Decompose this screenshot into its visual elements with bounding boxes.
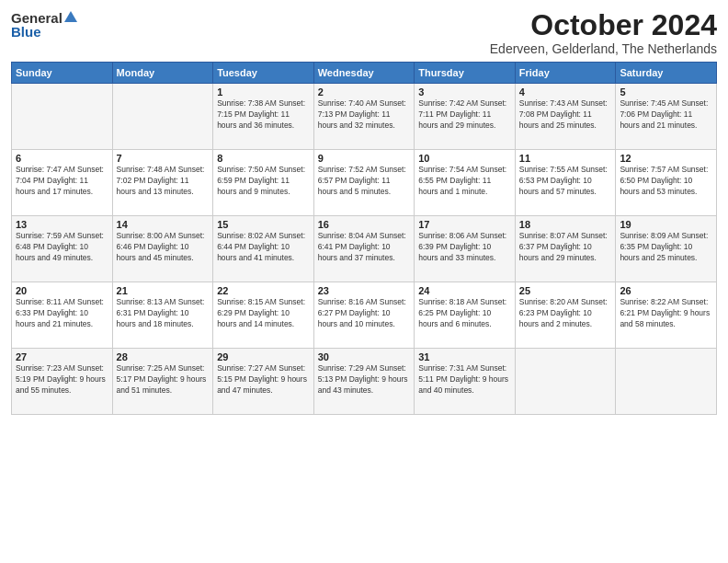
day-cell: 1Sunrise: 7:38 AM Sunset: 7:15 PM Daylig… [213, 84, 314, 150]
day-cell [12, 84, 113, 150]
day-info: Sunrise: 8:04 AM Sunset: 6:41 PM Dayligh… [318, 231, 411, 264]
day-number: 1 [217, 86, 310, 98]
day-cell: 11Sunrise: 7:55 AM Sunset: 6:53 PM Dayli… [515, 150, 616, 216]
svg-marker-0 [64, 11, 77, 22]
day-cell [515, 349, 616, 415]
day-cell: 18Sunrise: 8:07 AM Sunset: 6:37 PM Dayli… [515, 216, 616, 282]
day-cell: 9Sunrise: 7:52 AM Sunset: 6:57 PM Daylig… [313, 150, 415, 216]
location: Ederveen, Gelderland, The Netherlands [490, 41, 717, 56]
day-info: Sunrise: 8:15 AM Sunset: 6:29 PM Dayligh… [217, 297, 310, 330]
day-info: Sunrise: 7:48 AM Sunset: 7:02 PM Dayligh… [117, 165, 210, 198]
day-cell: 2Sunrise: 7:40 AM Sunset: 7:13 PM Daylig… [313, 84, 415, 150]
day-info: Sunrise: 8:20 AM Sunset: 6:23 PM Dayligh… [519, 297, 612, 330]
day-info: Sunrise: 7:29 AM Sunset: 5:13 PM Dayligh… [318, 363, 411, 396]
day-number: 3 [418, 86, 511, 98]
col-monday: Monday [112, 63, 213, 84]
day-info: Sunrise: 8:11 AM Sunset: 6:33 PM Dayligh… [16, 297, 108, 330]
day-number: 7 [117, 153, 210, 164]
col-wednesday: Wednesday [313, 63, 415, 84]
day-cell: 10Sunrise: 7:54 AM Sunset: 6:55 PM Dayli… [415, 150, 516, 216]
day-number: 14 [117, 219, 210, 230]
day-info: Sunrise: 7:47 AM Sunset: 7:04 PM Dayligh… [16, 165, 108, 198]
col-friday: Friday [515, 63, 616, 84]
day-number: 2 [318, 86, 411, 98]
day-cell: 3Sunrise: 7:42 AM Sunset: 7:11 PM Daylig… [415, 84, 516, 150]
day-number: 17 [418, 219, 511, 230]
page: General Blue October 2024 Ederveen, Geld… [0, 0, 728, 563]
day-info: Sunrise: 8:16 AM Sunset: 6:27 PM Dayligh… [318, 297, 411, 330]
calendar-table: Sunday Monday Tuesday Wednesday Thursday… [11, 62, 717, 415]
day-number: 11 [519, 153, 612, 164]
day-info: Sunrise: 8:18 AM Sunset: 6:25 PM Dayligh… [418, 297, 511, 330]
day-cell: 29Sunrise: 7:27 AM Sunset: 5:15 PM Dayli… [213, 349, 314, 415]
day-number: 9 [318, 153, 411, 164]
day-cell: 8Sunrise: 7:50 AM Sunset: 6:59 PM Daylig… [213, 150, 314, 216]
day-info: Sunrise: 7:57 AM Sunset: 6:50 PM Dayligh… [620, 165, 712, 198]
day-info: Sunrise: 7:45 AM Sunset: 7:06 PM Dayligh… [620, 98, 712, 132]
day-info: Sunrise: 8:00 AM Sunset: 6:46 PM Dayligh… [117, 231, 210, 264]
week-row-2: 6Sunrise: 7:47 AM Sunset: 7:04 PM Daylig… [12, 150, 717, 216]
day-cell: 27Sunrise: 7:23 AM Sunset: 5:19 PM Dayli… [12, 349, 113, 415]
day-number: 16 [318, 219, 411, 230]
week-row-4: 20Sunrise: 8:11 AM Sunset: 6:33 PM Dayli… [12, 282, 717, 349]
day-info: Sunrise: 8:22 AM Sunset: 6:21 PM Dayligh… [620, 297, 712, 330]
day-number: 15 [217, 219, 310, 230]
logo-icon [63, 9, 79, 26]
day-info: Sunrise: 8:09 AM Sunset: 6:35 PM Dayligh… [620, 231, 712, 264]
day-number: 10 [418, 153, 511, 164]
day-cell: 4Sunrise: 7:43 AM Sunset: 7:08 PM Daylig… [515, 84, 616, 150]
day-info: Sunrise: 8:06 AM Sunset: 6:39 PM Dayligh… [418, 231, 511, 264]
day-cell: 31Sunrise: 7:31 AM Sunset: 5:11 PM Dayli… [415, 349, 516, 415]
logo-blue: Blue [11, 24, 41, 40]
day-number: 18 [519, 219, 612, 230]
week-row-5: 27Sunrise: 7:23 AM Sunset: 5:19 PM Dayli… [12, 349, 717, 415]
day-info: Sunrise: 7:23 AM Sunset: 5:19 PM Dayligh… [16, 363, 108, 396]
day-cell: 6Sunrise: 7:47 AM Sunset: 7:04 PM Daylig… [12, 150, 113, 216]
day-info: Sunrise: 7:50 AM Sunset: 6:59 PM Dayligh… [217, 165, 310, 198]
day-number: 19 [620, 219, 712, 230]
day-number: 23 [318, 285, 411, 296]
col-thursday: Thursday [415, 63, 516, 84]
day-info: Sunrise: 7:40 AM Sunset: 7:13 PM Dayligh… [318, 98, 411, 132]
day-cell: 23Sunrise: 8:16 AM Sunset: 6:27 PM Dayli… [313, 282, 415, 349]
title-section: October 2024 Ederveen, Gelderland, The N… [490, 9, 717, 56]
day-info: Sunrise: 7:54 AM Sunset: 6:55 PM Dayligh… [418, 165, 511, 198]
day-number: 20 [16, 285, 108, 296]
day-cell: 15Sunrise: 8:02 AM Sunset: 6:44 PM Dayli… [213, 216, 314, 282]
day-cell: 30Sunrise: 7:29 AM Sunset: 5:13 PM Dayli… [313, 349, 415, 415]
day-cell [112, 84, 213, 150]
logo-general: General [11, 10, 63, 26]
day-info: Sunrise: 7:27 AM Sunset: 5:15 PM Dayligh… [217, 363, 310, 396]
day-info: Sunrise: 8:13 AM Sunset: 6:31 PM Dayligh… [117, 297, 210, 330]
day-info: Sunrise: 8:07 AM Sunset: 6:37 PM Dayligh… [519, 231, 612, 264]
day-cell: 14Sunrise: 8:00 AM Sunset: 6:46 PM Dayli… [112, 216, 213, 282]
day-cell: 25Sunrise: 8:20 AM Sunset: 6:23 PM Dayli… [515, 282, 616, 349]
day-number: 25 [519, 285, 612, 296]
day-cell: 13Sunrise: 7:59 AM Sunset: 6:48 PM Dayli… [12, 216, 113, 282]
day-info: Sunrise: 7:38 AM Sunset: 7:15 PM Dayligh… [217, 98, 310, 132]
day-cell [616, 349, 717, 415]
col-saturday: Saturday [616, 63, 717, 84]
day-number: 13 [16, 219, 108, 230]
day-info: Sunrise: 7:55 AM Sunset: 6:53 PM Dayligh… [519, 165, 612, 198]
header: General Blue October 2024 Ederveen, Geld… [11, 9, 717, 56]
day-number: 27 [16, 351, 108, 362]
day-info: Sunrise: 7:52 AM Sunset: 6:57 PM Dayligh… [318, 165, 411, 198]
header-row: Sunday Monday Tuesday Wednesday Thursday… [12, 63, 717, 84]
day-cell: 20Sunrise: 8:11 AM Sunset: 6:33 PM Dayli… [12, 282, 113, 349]
day-info: Sunrise: 7:43 AM Sunset: 7:08 PM Dayligh… [519, 98, 612, 132]
day-cell: 7Sunrise: 7:48 AM Sunset: 7:02 PM Daylig… [112, 150, 213, 216]
day-info: Sunrise: 7:42 AM Sunset: 7:11 PM Dayligh… [418, 98, 511, 132]
day-number: 22 [217, 285, 310, 296]
day-number: 26 [620, 285, 712, 296]
day-cell: 21Sunrise: 8:13 AM Sunset: 6:31 PM Dayli… [112, 282, 213, 349]
month-title: October 2024 [490, 9, 717, 41]
day-number: 30 [318, 351, 411, 362]
day-number: 8 [217, 153, 310, 164]
day-number: 6 [16, 153, 108, 164]
day-number: 29 [217, 351, 310, 362]
logo: General Blue [11, 9, 79, 40]
day-number: 31 [418, 351, 511, 362]
day-info: Sunrise: 7:31 AM Sunset: 5:11 PM Dayligh… [418, 363, 511, 396]
day-cell: 28Sunrise: 7:25 AM Sunset: 5:17 PM Dayli… [112, 349, 213, 415]
